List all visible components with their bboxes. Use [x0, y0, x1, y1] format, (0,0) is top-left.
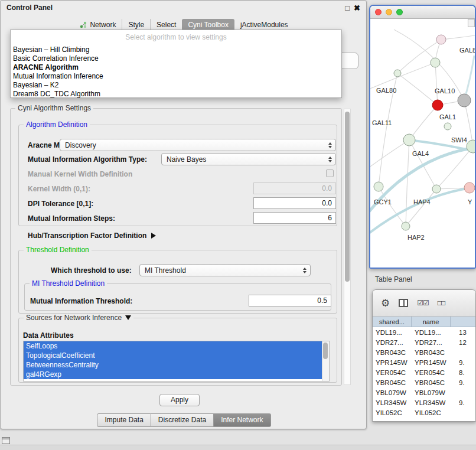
table-panel-title: Table Panel [375, 275, 412, 283]
deselect-all-columns-icon[interactable]: □□ [438, 299, 445, 307]
network-node[interactable] [467, 140, 475, 153]
network-node[interactable] [431, 58, 440, 67]
network-edge [397, 73, 438, 105]
network-node[interactable] [458, 94, 471, 107]
hub-definition-label: Hub/Transcription Factor Definition [28, 231, 146, 240]
network-edge [441, 35, 475, 40]
tab-network[interactable]: Network [74, 19, 122, 31]
float-window-icon[interactable]: □ [345, 4, 350, 12]
column-header[interactable]: shared... [373, 317, 412, 327]
table-row[interactable]: YER054CYER054C8. [373, 367, 475, 377]
network-node[interactable] [403, 134, 415, 146]
sources-toggle[interactable]: Sources for Network Inference [24, 314, 133, 322]
close-traffic-light-icon[interactable] [375, 9, 382, 15]
mi-threshold-input[interactable] [249, 295, 331, 306]
algorithm-option[interactable]: Bayesian – Hill Climbing [11, 45, 341, 54]
apply-button[interactable]: Apply [159, 394, 200, 406]
network-node[interactable] [432, 185, 441, 193]
network-graph[interactable]: GAL8GAL80GAL10GAL11GAL1SWI4GAL4GCY1HAP4Y… [370, 19, 475, 268]
manual-kernel-checkbox [326, 169, 334, 177]
zoom-traffic-light-icon[interactable] [396, 9, 403, 15]
network-view-window: GAL8GAL80GAL10GAL11GAL1SWI4GAL4GCY1HAP4Y… [369, 5, 476, 269]
bottom-tab-discretize-data[interactable]: Discretize Data [151, 413, 214, 427]
mi-steps-label: Mutual Information Steps: [28, 214, 115, 223]
bottom-tab-infer-network[interactable]: Infer Network [214, 413, 270, 427]
tab-select[interactable]: Select [150, 19, 182, 31]
table-row[interactable]: YDL19...YDL19...13 [373, 327, 475, 337]
network-edge [464, 56, 474, 100]
mi-algorithm-type-select[interactable]: Naive Bayes [161, 153, 336, 165]
table-cell: YER054C [412, 369, 451, 376]
settings-scrollbar[interactable] [344, 109, 351, 385]
network-node[interactable] [444, 123, 451, 130]
attribute-list-item[interactable]: gal4RGexp [24, 370, 322, 379]
restore-panel-icon[interactable] [2, 437, 10, 444]
algorithm-dropdown: Select algorithm to view settings Bayesi… [10, 30, 342, 98]
network-node[interactable] [436, 35, 446, 44]
table-row[interactable]: YLR345WYLR345W9. [373, 397, 475, 407]
node-label: SWI4 [451, 136, 467, 144]
table-row[interactable]: YPR145WYPR145W9. [373, 357, 475, 367]
status-strip [0, 445, 476, 450]
sources-title: Sources for Network Inference [26, 314, 122, 322]
node-label: Y [468, 198, 472, 206]
mi-steps-input[interactable] [253, 212, 336, 224]
node-label: GAL4 [412, 150, 429, 157]
table-cell: YPR145W [373, 359, 412, 366]
select-all-columns-icon[interactable]: ☑☑ [417, 299, 429, 307]
table-cell: 9. [451, 379, 475, 386]
which-threshold-label: Which threshold to use: [51, 266, 132, 275]
table-row[interactable]: YDR27...YDR27...12 [373, 337, 475, 347]
algorithm-option[interactable]: Bayesian – K2 [11, 81, 341, 90]
network-edge [409, 105, 438, 140]
attribute-list-item[interactable]: TopologicalCoefficient [24, 351, 322, 360]
table-cell: YDL19... [412, 329, 451, 336]
scrollbar-thumb[interactable] [323, 343, 328, 359]
close-icon[interactable]: ✖ [354, 4, 360, 12]
algorithm-option[interactable]: Basic Correlation Inference [11, 54, 341, 63]
list-scrollbar[interactable] [322, 341, 329, 381]
network-node[interactable] [464, 182, 475, 193]
columns-icon[interactable] [399, 299, 408, 307]
table-row[interactable]: YBR045CYBR045C9. [373, 377, 475, 387]
minimize-traffic-light-icon[interactable] [386, 9, 392, 15]
kernel-width-input [253, 182, 336, 194]
scrollbar-thumb[interactable] [345, 112, 350, 282]
tab-cyni-toolbox[interactable]: Cyni Toolbox [182, 19, 234, 31]
tab-style[interactable]: Style [122, 19, 150, 31]
mi-threshold-group-title: MI Threshold Definition [30, 279, 107, 288]
aracne-mode-select[interactable]: Discovery [60, 139, 336, 151]
network-node[interactable] [402, 222, 410, 230]
table-cell: YDR27... [373, 339, 412, 346]
dropdown-item-list: Bayesian – Hill ClimbingBasic Correlatio… [11, 45, 341, 99]
algorithm-option[interactable]: Mutual Information Inference [11, 72, 341, 81]
algorithm-option[interactable]: ARACNE Algorithm [11, 63, 341, 72]
table-row[interactable]: YIL052CYIL052C [373, 407, 475, 418]
tab-label: Network [90, 21, 116, 29]
mi-threshold-label: Mutual Information Threshold: [30, 297, 132, 305]
attribute-list-item[interactable]: BetweennessCentrality [24, 360, 322, 370]
table-cell: YPR145W [412, 359, 451, 366]
hub-definition-toggle[interactable]: Hub/Transcription Factor Definition [28, 231, 156, 240]
gear-icon[interactable]: ⚙ [381, 298, 390, 308]
table-row[interactable]: YBL079WYBL079W [373, 387, 475, 397]
network-node[interactable] [394, 70, 401, 77]
network-edge [406, 140, 409, 226]
algorithm-option[interactable]: Dream8 DC_TDC Algorithm [11, 90, 341, 99]
table-row[interactable]: YBR043CYBR043C [373, 347, 475, 357]
attribute-list-item[interactable]: SelfLoops [24, 341, 322, 351]
network-node[interactable] [432, 100, 443, 110]
data-attributes-list[interactable]: SelfLoopsTopologicalCoefficientBetweenne… [23, 341, 330, 381]
network-node[interactable] [374, 182, 383, 191]
bottom-tab-impute-data[interactable]: Impute Data [97, 413, 151, 427]
network-edge [379, 187, 406, 226]
which-threshold-select[interactable]: MI Threshold [139, 264, 311, 276]
column-header[interactable] [451, 317, 475, 327]
dpi-tolerance-input[interactable] [253, 197, 336, 209]
table-cell: YBR045C [373, 379, 412, 386]
column-header[interactable]: name [412, 317, 451, 327]
tab-jactivemodules[interactable]: jActiveModules [234, 19, 294, 31]
dpi-tolerance-label: DPI Tolerance [0,1]: [28, 200, 93, 208]
table-toolbar: ⚙ ☑☑ □□ [373, 290, 475, 317]
network-canvas-area: GAL8GAL80GAL10GAL11GAL1SWI4GAL4GCY1HAP4Y… [370, 19, 475, 268]
